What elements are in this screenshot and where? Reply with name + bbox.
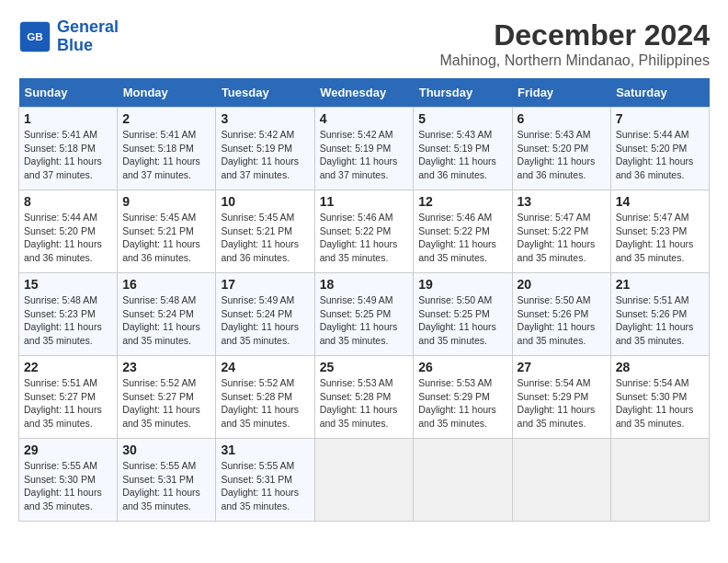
weekday-header-thursday: Thursday [414,78,512,108]
sunset-text: Sunset: 5:26 PM [518,307,606,321]
calendar-day-cell: 11 Sunrise: 5:46 AM Sunset: 5:22 PM Dayl… [314,190,414,273]
sunrise-text: Sunrise: 5:45 AM [221,211,309,224]
day-info: Sunrise: 5:51 AM Sunset: 5:26 PM Dayligh… [616,293,704,348]
daylight-text: Daylight: 11 hours and 35 minutes. [418,403,506,430]
weekday-header-saturday: Saturday [610,78,709,108]
page-header: GB General Blue December 2024 Mahinog, N… [18,18,710,69]
sunset-text: Sunset: 5:23 PM [616,224,704,238]
logo-name-line2: Blue [57,36,93,54]
sunset-text: Sunset: 5:25 PM [320,307,409,321]
empty-cell [610,439,709,522]
day-number: 30 [122,442,210,457]
weekday-header-sunday: Sunday [19,78,118,108]
daylight-text: Daylight: 11 hours and 35 minutes. [418,320,506,347]
day-number: 4 [320,111,409,126]
sunset-text: Sunset: 5:29 PM [418,390,506,404]
calendar-day-cell: 14 Sunrise: 5:47 AM Sunset: 5:23 PM Dayl… [610,190,709,273]
sunrise-text: Sunrise: 5:44 AM [24,211,112,224]
day-info: Sunrise: 5:49 AM Sunset: 5:25 PM Dayligh… [320,293,409,348]
day-number: 13 [518,194,606,209]
sunset-text: Sunset: 5:23 PM [24,307,112,321]
sunrise-text: Sunrise: 5:46 AM [320,211,409,224]
daylight-text: Daylight: 11 hours and 35 minutes. [518,403,606,430]
daylight-text: Daylight: 11 hours and 35 minutes. [122,486,210,512]
calendar-day-cell: 26 Sunrise: 5:53 AM Sunset: 5:29 PM Dayl… [414,356,512,439]
calendar-day-cell: 19 Sunrise: 5:50 AM Sunset: 5:25 PM Dayl… [414,273,512,356]
sunrise-text: Sunrise: 5:54 AM [616,376,704,390]
daylight-text: Daylight: 11 hours and 36 minutes. [418,155,506,181]
sunrise-text: Sunrise: 5:43 AM [418,128,506,142]
logo-text: General Blue [57,18,119,55]
daylight-text: Daylight: 11 hours and 35 minutes. [518,237,606,264]
sunrise-text: Sunrise: 5:55 AM [24,459,112,473]
sunrise-text: Sunrise: 5:49 AM [320,293,409,307]
sunrise-text: Sunrise: 5:42 AM [221,128,309,142]
calendar-day-cell: 12 Sunrise: 5:46 AM Sunset: 5:22 PM Dayl… [414,190,512,273]
sunset-text: Sunset: 5:31 PM [122,473,210,487]
calendar-day-cell: 30 Sunrise: 5:55 AM Sunset: 5:31 PM Dayl… [118,439,216,522]
day-number: 12 [418,194,506,209]
month-year-title: December 2024 [439,18,710,52]
calendar-day-cell: 20 Sunrise: 5:50 AM Sunset: 5:26 PM Dayl… [512,273,610,356]
calendar-day-cell: 21 Sunrise: 5:51 AM Sunset: 5:26 PM Dayl… [610,273,709,356]
day-number: 21 [616,277,704,292]
day-number: 19 [418,277,506,292]
empty-cell [512,439,610,522]
daylight-text: Daylight: 11 hours and 35 minutes. [221,320,309,347]
day-number: 10 [221,194,309,209]
day-info: Sunrise: 5:54 AM Sunset: 5:30 PM Dayligh… [616,376,704,431]
day-number: 22 [24,360,112,374]
day-number: 15 [24,277,112,292]
logo: GB General Blue [18,18,119,55]
sunset-text: Sunset: 5:28 PM [221,390,309,404]
daylight-text: Daylight: 11 hours and 35 minutes. [221,486,309,512]
calendar-day-cell: 28 Sunrise: 5:54 AM Sunset: 5:30 PM Dayl… [610,356,709,439]
day-info: Sunrise: 5:55 AM Sunset: 5:31 PM Dayligh… [221,459,309,513]
logo-icon: GB [18,20,51,53]
sunset-text: Sunset: 5:31 PM [221,473,309,487]
calendar-day-cell: 24 Sunrise: 5:52 AM Sunset: 5:28 PM Dayl… [216,356,314,439]
day-number: 26 [418,360,506,374]
day-info: Sunrise: 5:49 AM Sunset: 5:24 PM Dayligh… [221,293,309,348]
day-number: 14 [616,194,704,209]
day-number: 16 [122,277,210,292]
day-number: 3 [221,111,309,126]
title-section: December 2024 Mahinog, Northern Mindanao… [439,18,710,69]
day-number: 8 [24,194,112,209]
logo-name-line1: General [57,17,119,36]
day-info: Sunrise: 5:52 AM Sunset: 5:27 PM Dayligh… [122,376,210,431]
daylight-text: Daylight: 11 hours and 37 minutes. [122,155,210,181]
daylight-text: Daylight: 11 hours and 37 minutes. [221,155,309,181]
daylight-text: Daylight: 11 hours and 35 minutes. [24,486,112,512]
daylight-text: Daylight: 11 hours and 36 minutes. [616,155,704,181]
sunrise-text: Sunrise: 5:55 AM [221,459,309,473]
sunrise-text: Sunrise: 5:50 AM [518,293,606,307]
daylight-text: Daylight: 11 hours and 36 minutes. [24,237,112,264]
day-number: 6 [518,111,606,126]
sunset-text: Sunset: 5:24 PM [221,307,309,321]
day-info: Sunrise: 5:47 AM Sunset: 5:23 PM Dayligh… [616,211,704,265]
calendar-week-row: 29 Sunrise: 5:55 AM Sunset: 5:30 PM Dayl… [19,439,710,522]
sunset-text: Sunset: 5:28 PM [320,390,409,404]
daylight-text: Daylight: 11 hours and 35 minutes. [24,403,112,430]
sunset-text: Sunset: 5:19 PM [221,142,309,155]
day-info: Sunrise: 5:55 AM Sunset: 5:31 PM Dayligh… [122,459,210,513]
day-number: 28 [616,360,704,374]
sunset-text: Sunset: 5:20 PM [616,142,704,155]
sunset-text: Sunset: 5:30 PM [24,473,112,487]
daylight-text: Daylight: 11 hours and 35 minutes. [418,237,506,264]
sunrise-text: Sunrise: 5:48 AM [24,293,112,307]
day-number: 11 [320,194,409,209]
calendar-day-cell: 2 Sunrise: 5:41 AM Sunset: 5:18 PM Dayli… [118,108,216,190]
sunrise-text: Sunrise: 5:52 AM [122,376,210,390]
calendar-day-cell: 29 Sunrise: 5:55 AM Sunset: 5:30 PM Dayl… [19,439,118,522]
daylight-text: Daylight: 11 hours and 35 minutes. [518,320,606,347]
daylight-text: Daylight: 11 hours and 36 minutes. [221,237,309,264]
day-number: 29 [24,442,112,457]
day-number: 5 [418,111,506,126]
daylight-text: Daylight: 11 hours and 35 minutes. [616,403,704,430]
svg-text:GB: GB [27,29,43,41]
calendar-day-cell: 18 Sunrise: 5:49 AM Sunset: 5:25 PM Dayl… [314,273,414,356]
day-info: Sunrise: 5:48 AM Sunset: 5:23 PM Dayligh… [24,293,112,348]
sunrise-text: Sunrise: 5:44 AM [616,128,704,142]
